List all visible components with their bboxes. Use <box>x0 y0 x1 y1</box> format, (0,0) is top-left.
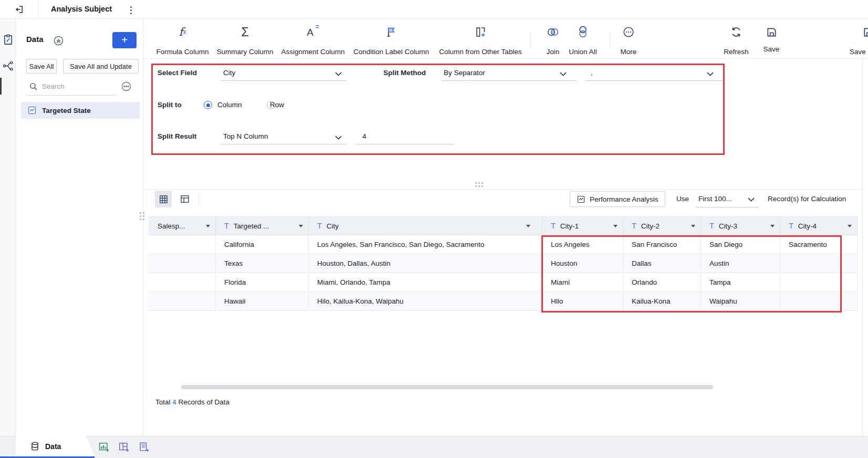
sidebar-item-targeted-state[interactable]: Targeted State <box>21 102 140 119</box>
records-suffix-label: Record(s) for Calculation <box>768 195 846 203</box>
text-type-icon: T <box>709 222 714 230</box>
right-panel-divider <box>862 59 863 436</box>
save-all-update-button[interactable]: Save All and Update <box>63 59 139 74</box>
table-cell: Waipahu <box>701 292 780 311</box>
toolbar-separator <box>530 33 530 48</box>
column-header-city-4[interactable]: T City-4 <box>780 217 857 235</box>
table-body: CaliforniaLos Angeles, San Francisco, Sa… <box>149 235 857 311</box>
collapse-panel-icon[interactable] <box>53 35 64 46</box>
column-header-city-1[interactable]: T City-1 <box>542 217 623 235</box>
exit-icon[interactable] <box>15 5 24 14</box>
split-method-dropdown[interactable]: By Separator <box>444 69 485 77</box>
toolbar-refresh[interactable]: Refresh <box>723 25 750 56</box>
toolbar-formula-column[interactable]: fx Formula Column <box>155 25 210 56</box>
sigma-icon: Σ <box>241 25 248 39</box>
search-input[interactable]: Search <box>42 82 65 90</box>
table-cell <box>149 254 216 273</box>
split-method-label: Split Method <box>383 69 426 77</box>
join-icon <box>546 25 560 39</box>
save-label: Save <box>762 45 780 53</box>
toolbar-more[interactable]: More <box>619 25 639 56</box>
performance-analysis-button[interactable]: Performance Analysis <box>570 191 665 207</box>
text-type-icon: T <box>317 222 322 230</box>
column-menu-icon[interactable] <box>691 225 695 227</box>
add-chart-icon[interactable] <box>98 441 110 453</box>
split-result-underline <box>221 144 347 144</box>
tab-data[interactable]: Data <box>16 436 95 456</box>
select-field-dropdown[interactable]: City <box>223 69 235 77</box>
split-result-dropdown[interactable]: Top N Column <box>223 132 268 140</box>
column-header-city[interactable]: T City <box>309 217 542 235</box>
search-options-icon[interactable] <box>121 81 132 92</box>
toolbar-join[interactable]: Join <box>543 25 562 56</box>
rail-scrollbar-thumb[interactable] <box>0 78 2 95</box>
toolbar-assignment-column[interactable]: A= Assignment Column <box>280 25 346 56</box>
records-count-dropdown[interactable]: First 100... <box>698 195 732 203</box>
column-menu-icon[interactable] <box>299 225 303 227</box>
search-underline <box>26 95 117 96</box>
text-type-icon: T <box>789 222 793 230</box>
table-cell: Hilo <box>542 292 623 311</box>
section-divider <box>143 189 862 190</box>
more-menu-icon[interactable] <box>128 4 134 16</box>
formula-icon: fx <box>179 25 186 39</box>
data-table: Salesp... T Targeted ... T City T City-1… <box>149 216 857 311</box>
table-cell <box>780 292 857 311</box>
chevron-down-icon[interactable] <box>335 72 342 76</box>
chevron-down-icon[interactable] <box>707 72 714 76</box>
column-header-city-3[interactable]: T City-3 <box>701 217 780 235</box>
chevron-down-icon[interactable] <box>560 72 567 76</box>
top-n-input[interactable]: 4 <box>362 132 367 140</box>
toolbar-save-and[interactable]: Save and <box>850 25 868 56</box>
column-header-city-2[interactable]: T City-2 <box>623 217 701 235</box>
separator-underline <box>585 80 723 81</box>
table-row: FloridaMiami, Orlando, TampaMiamiOrlando… <box>149 273 857 292</box>
toolbar-separator <box>610 33 610 48</box>
assignment-icon: A= <box>307 25 319 39</box>
splitter-handle[interactable] <box>475 182 483 187</box>
column-menu-icon[interactable] <box>526 225 530 227</box>
performance-icon <box>577 195 585 204</box>
column-menu-icon[interactable] <box>848 225 852 227</box>
horizontal-scrollbar[interactable] <box>181 385 713 389</box>
grid-view-button[interactable] <box>155 191 172 207</box>
analysis-subject-icon[interactable] <box>2 34 14 46</box>
toolbar-summary-column[interactable]: Σ Summary Column <box>215 25 275 56</box>
column-menu-icon[interactable] <box>613 225 618 227</box>
table-row: TexasHouston, Dallas, AustinHoustonDalla… <box>149 254 857 273</box>
table-cell: Orlando <box>623 273 701 292</box>
table-row: HawaiiHilo, Kailua-Kona, WaipahuHiloKail… <box>149 292 857 311</box>
table-cell <box>780 254 857 273</box>
toolbar-column-from-other-tables[interactable]: Column from Other Tables <box>436 25 525 56</box>
radio-row-label[interactable]: Row <box>270 101 284 109</box>
relationship-icon[interactable] <box>2 60 14 72</box>
column-header-salesperson[interactable]: Salesp... <box>149 217 216 235</box>
database-icon <box>30 441 40 451</box>
form-view-button[interactable] <box>176 191 193 207</box>
records-dropdown-underline <box>696 207 759 207</box>
table-row: CaliforniaLos Angeles, San Francisco, Sa… <box>149 235 857 254</box>
toolbar-union-all[interactable]: Union All <box>566 25 600 56</box>
column-menu-icon[interactable] <box>206 225 210 227</box>
table-cell: Los Angeles, San Francisco, San Diego, S… <box>309 235 542 254</box>
save-all-button[interactable]: Save All <box>26 59 57 74</box>
column-add-icon <box>474 25 487 39</box>
add-report-icon[interactable] <box>138 441 150 453</box>
save-and-icon <box>862 25 868 39</box>
add-data-button[interactable]: + <box>112 32 137 48</box>
chevron-down-icon[interactable] <box>335 136 342 140</box>
table-cell: Kailua-Kona <box>623 292 701 311</box>
table-cell: Miami <box>542 273 623 292</box>
radio-column[interactable] <box>204 101 212 109</box>
chevron-down-icon[interactable] <box>748 197 755 202</box>
sidebar-item-label: Targeted State <box>42 107 91 114</box>
search-icon <box>29 82 38 91</box>
radio-column-label[interactable]: Column <box>217 101 242 109</box>
toolbar-condition-label-column[interactable]: Condition Label Column <box>352 25 430 56</box>
panel-resize-handle[interactable] <box>140 212 144 220</box>
column-menu-icon[interactable] <box>770 225 775 227</box>
column-header-targeted-state[interactable]: T Targeted ... <box>216 217 309 235</box>
add-dashboard-icon[interactable] <box>118 441 130 453</box>
separator-dropdown[interactable]: , <box>591 69 593 77</box>
table-cell: Los Angeles <box>542 235 623 254</box>
